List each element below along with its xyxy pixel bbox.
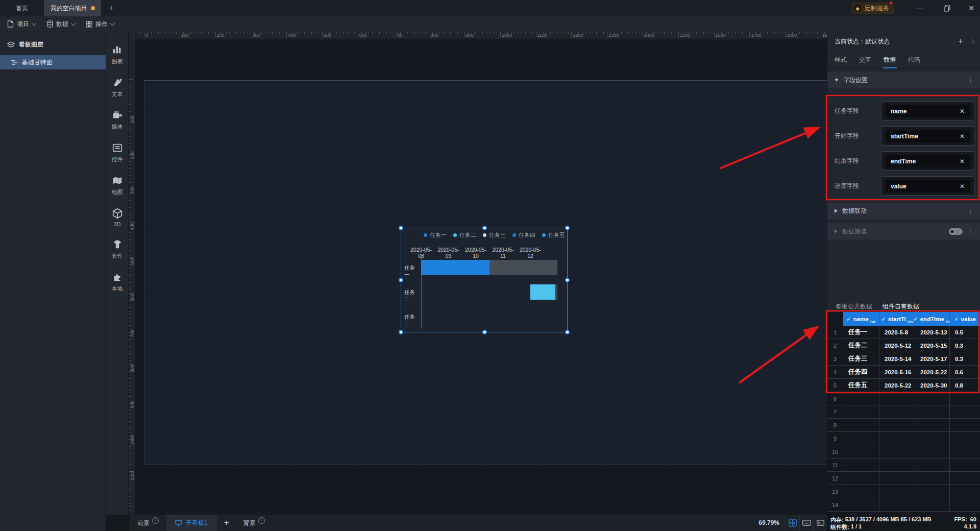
dock-item-suit[interactable]: 套件 [112,239,123,260]
dock-item-media[interactable]: 媒体 [112,110,123,131]
table-cell[interactable] [879,419,915,431]
tab-home[interactable]: 首页 [0,0,44,16]
table-cell[interactable] [950,498,980,511]
field-input[interactable]: startTime✕ [881,126,974,146]
canvas-area[interactable]: 0100200300400500600700800900100011001200… [129,32,827,515]
field-tag[interactable]: startTime✕ [886,130,970,142]
table-cell[interactable] [915,419,950,431]
table-cell[interactable] [879,458,915,471]
add-foreground-icon[interactable]: + [152,517,159,524]
table-cell[interactable]: 0.3 [950,339,980,352]
close-button[interactable]: ✕ [964,0,979,16]
table-cell[interactable]: 2020-5-17 [915,352,950,365]
gantt-bar-progress[interactable] [421,260,489,275]
resize-handle-sw[interactable] [399,330,403,334]
table-cell[interactable] [915,405,950,418]
table-cell[interactable] [950,485,980,498]
table-cell[interactable] [915,445,950,458]
table-header-name[interactable]: ✓nameStr [843,312,879,326]
custom-service-badge[interactable]: ◆ 定制服务 [851,3,894,14]
table-cell[interactable]: 2020-5-12 [879,339,915,352]
table-cell[interactable]: 0.3 [950,352,980,365]
add-state-button[interactable]: + [958,36,963,46]
table-cell[interactable] [915,458,950,471]
table-cell[interactable] [843,432,879,445]
table-cell[interactable]: 2020-5-16 [879,366,915,378]
expand-states-icon[interactable] [970,39,975,44]
shortcut-keys-button[interactable] [799,515,813,531]
table-cell[interactable] [950,445,980,458]
table-cell[interactable] [950,405,980,418]
more-options-icon[interactable]: ⋮ [967,207,974,215]
legend-item[interactable]: 任务二 [453,231,476,239]
table-cell[interactable]: 任务五 [843,379,879,392]
fit-to-screen-button[interactable] [786,515,799,531]
table-cell[interactable]: 任务三 [843,352,879,365]
table-cell[interactable] [843,392,879,405]
dock-item-text[interactable]: 文本 [112,77,123,98]
table-cell[interactable] [915,485,950,498]
inspector-tab-样式[interactable]: 样式 [835,51,847,68]
field-input[interactable]: endTime✕ [881,151,974,171]
menu-operation[interactable]: 操作 [86,16,114,32]
resize-handle-nw[interactable] [399,226,403,230]
table-cell[interactable]: 任务二 [843,339,879,352]
background-label[interactable]: 背景 + [236,515,272,531]
table-cell[interactable]: 2020-5-22 [915,366,950,378]
legend-item[interactable]: 任务四 [512,231,535,239]
table-cell[interactable] [843,458,879,471]
table-cell[interactable] [950,458,980,471]
dock-item-cube[interactable]: 3D [112,208,123,227]
table-cell[interactable]: 2020-5-14 [879,352,915,365]
resize-handle-n[interactable] [482,226,487,230]
dock-item-chart[interactable]: 图表 [112,44,123,65]
console-button[interactable] [813,515,827,531]
more-options-icon[interactable]: ⋮ [967,228,974,235]
resize-handle-e[interactable] [565,278,570,282]
resize-handle-w[interactable] [399,278,403,282]
gantt-chart-component[interactable]: 任务一任务二任务三任务四任务五 2020-05-082020-05-092020… [401,228,568,332]
restore-button[interactable] [939,0,954,16]
table-cell[interactable] [879,485,915,498]
table-cell[interactable] [915,432,950,445]
canvas-body[interactable]: 任务一任务二任务三任务四任务五 2020-05-082020-05-092020… [135,39,827,515]
table-cell[interactable] [915,392,950,405]
field-tag[interactable]: endTime✕ [886,155,970,167]
legend-item[interactable]: 任务五 [542,231,565,239]
table-cell[interactable] [843,485,879,498]
table-cell[interactable] [843,472,879,485]
table-cell[interactable]: 0.8 [950,379,980,392]
table-cell[interactable]: 2020-5-8 [879,326,915,339]
remove-field-icon[interactable]: ✕ [960,183,965,190]
table-cell[interactable]: 2020-5-13 [915,326,950,339]
resize-handle-s[interactable] [482,330,487,334]
add-board-button[interactable]: + [217,515,236,531]
remove-field-icon[interactable]: ✕ [960,133,965,140]
menu-data[interactable]: 数据 [47,16,75,32]
table-cell[interactable] [879,472,915,485]
table-cell[interactable] [950,419,980,431]
subboard-tab[interactable]: 子看板1 [166,515,217,531]
gantt-bar-progress[interactable] [530,284,555,300]
section-field-settings[interactable]: 字段设置 ⋮ [827,72,980,88]
table-cell[interactable] [879,392,915,405]
table-cell[interactable]: 2020-5-30 [915,379,950,392]
remove-field-icon[interactable]: ✕ [960,108,965,115]
add-background-icon[interactable]: + [258,517,265,524]
field-tag[interactable]: value✕ [886,180,970,192]
field-input[interactable]: value✕ [881,176,974,196]
data-filter-toggle[interactable] [949,228,963,235]
table-header-startTi[interactable]: ✓startTiStr [879,312,915,326]
dock-item-puzzle[interactable]: 本地 [112,272,123,293]
table-header-value[interactable]: ✓value [950,312,980,326]
table-header-endTime[interactable]: ✓endTimeStr [915,312,950,326]
table-cell[interactable]: 任务四 [843,366,879,378]
table-cell[interactable] [843,405,879,418]
dock-item-widget[interactable]: 控件 [112,142,123,163]
legend-item[interactable]: 任务一 [424,231,447,239]
table-cell[interactable]: 0.6 [950,366,980,378]
more-options-icon[interactable]: ⋮ [967,77,974,84]
resize-handle-se[interactable] [565,330,570,334]
new-tab-button[interactable]: + [105,0,118,16]
table-cell[interactable] [950,432,980,445]
